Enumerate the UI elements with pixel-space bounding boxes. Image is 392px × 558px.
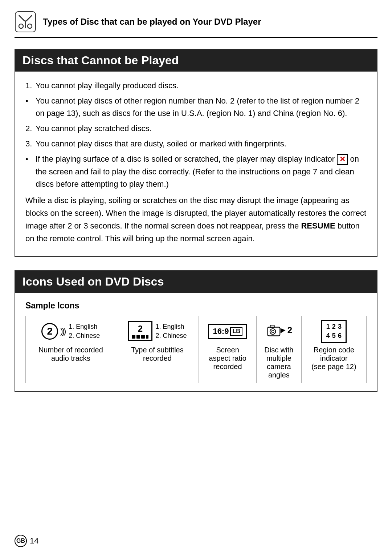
region-num-1: 1 [325, 322, 331, 331]
subtitle-label: Type of subtitles recorded [116, 344, 199, 383]
lb-badge: LB [230, 327, 242, 336]
subtitle-dots [132, 335, 148, 339]
subtitle-icon-cell: 2 1. English 2. Chinese [116, 316, 199, 344]
region-label: Region code indicator (see page 12) [301, 344, 366, 383]
audio-label-line2: audio tracks [29, 354, 113, 363]
audio-label: Number of recorded audio tracks [26, 344, 116, 383]
region-num-5: 5 [331, 331, 337, 340]
camera-num: 2 [287, 325, 292, 335]
region-label-line1: Region code [305, 346, 363, 354]
subtitle-track-labels: 1. English 2. Chinese [155, 322, 187, 340]
sub-dot [136, 335, 140, 339]
list-text: You cannot play discs that are dusty, so… [36, 138, 286, 150]
svg-point-4 [270, 329, 275, 334]
camera-label-line4: angles [260, 371, 298, 379]
list-text: You cannot play discs of other region nu… [36, 95, 367, 120]
sample-icons-label: Sample Icons [25, 301, 367, 311]
section1-body: 1. You cannot play illegally produced di… [15, 72, 377, 256]
list-num: 2. [25, 122, 36, 135]
camera-icon-cell: 2 [256, 316, 301, 344]
aspect-label: Screen aspect ratio recorded [199, 344, 257, 383]
sub-dot-small [146, 335, 148, 339]
region-num-4: 4 [325, 331, 331, 340]
camera-label: Disc with multiple camera angles [256, 344, 301, 383]
icons-label-row: Number of recorded audio tracks Type of … [26, 344, 367, 383]
list-item: • You cannot play discs of other region … [25, 95, 367, 120]
sound-waves-icon: ))) [60, 327, 65, 336]
list-text: You cannot play illegally produced discs… [36, 80, 179, 92]
header-icon [15, 11, 36, 33]
tools-icon [15, 11, 36, 33]
page-number: 14 [30, 536, 38, 546]
aspect-ratio-text: 16:9 [213, 327, 229, 336]
audio-track-labels: 1. English 2. Chinese [69, 322, 100, 340]
page-footer: GB 14 [15, 535, 38, 547]
list-item: • If the playing surface of a disc is so… [25, 153, 367, 190]
subtitle-label-line1: Type of subtitles [119, 346, 196, 354]
list-text: You cannot play scratched discs. [36, 122, 152, 135]
subtitle-num: 2 [138, 324, 143, 334]
section1-title: Discs that Cannot be Played [15, 49, 377, 72]
audio-icon-cell: 2 ))) 1. English 2. Chinese [26, 316, 116, 344]
list-bullet: • [25, 95, 36, 120]
audio-circle: 2 [41, 323, 58, 340]
sub-dot [132, 335, 135, 339]
camera-icon: 2 [266, 322, 292, 338]
camera-label-line3: camera [260, 363, 298, 371]
aspect-label-line1: Screen [202, 346, 253, 354]
audio-track1: 1. English [69, 322, 100, 331]
list-item: 2. You cannot play scratched discs. [25, 122, 367, 135]
aspect-ratio-icon: 16:9 LB [208, 324, 247, 339]
list-text: If the playing surface of a disc is soil… [36, 153, 367, 190]
section2-title: Icons Used on DVD Discs [15, 271, 377, 293]
sub-dot [141, 335, 145, 339]
list-item: 1. You cannot play illegally produced di… [25, 80, 367, 92]
audio-icon: 2 ))) 1. English 2. Chinese [41, 322, 100, 340]
aspect-label-line3: recorded [202, 363, 253, 371]
section-icons-on-dvd-discs: Icons Used on DVD Discs Sample Icons 2 )… [15, 270, 377, 392]
subtitle-track1: 1. English [155, 322, 187, 331]
icons-table: 2 ))) 1. English 2. Chinese 2 [25, 316, 367, 384]
page-header: Types of Disc that can be played on Your… [15, 11, 377, 38]
x-indicator-icon: ✕ [337, 154, 348, 165]
list-item: 3. You cannot play discs that are dusty,… [25, 138, 367, 150]
aspect-label-line2: aspect ratio [202, 354, 253, 363]
region-icon-cell: 1 2 3 4 5 6 [301, 316, 366, 344]
region-num-6: 6 [337, 331, 343, 340]
icons-icon-row: 2 ))) 1. English 2. Chinese 2 [26, 316, 367, 344]
subtitle-box: 2 [128, 321, 152, 341]
section2-body: Sample Icons 2 ))) 1. English 2. Chinese [15, 293, 377, 392]
aspect-icon-cell: 16:9 LB [199, 316, 257, 344]
header-title: Types of Disc that can be played on Your… [43, 17, 261, 27]
subtitle-icon: 2 1. English 2. Chinese [128, 321, 187, 341]
region-num-3: 3 [337, 322, 343, 331]
section-discs-cannot-be-played: Discs that Cannot be Played 1. You canno… [15, 49, 377, 257]
svg-marker-7 [280, 328, 285, 333]
subtitle-track2: 2. Chinese [155, 331, 187, 340]
svg-point-5 [271, 330, 274, 333]
list-num: 3. [25, 138, 36, 150]
subtitle-label-line2: recorded [119, 354, 196, 363]
camera-label-line1: Disc with [260, 346, 298, 354]
list-bullet: • [25, 153, 36, 190]
camera-svg-icon [266, 322, 286, 338]
region-code-icon: 1 2 3 4 5 6 [321, 320, 347, 343]
region-label-line2: indicator [305, 354, 363, 363]
audio-label-line1: Number of recorded [29, 346, 113, 354]
bold-resume: RESUME [301, 221, 335, 230]
region-label-line3: (see page 12) [305, 363, 363, 371]
gb-badge: GB [15, 535, 27, 547]
audio-track2: 2. Chinese [69, 331, 100, 340]
list-num: 1. [25, 80, 36, 92]
paragraph-item: While a disc is playing, soiling or scra… [25, 194, 367, 245]
camera-label-line2: multiple [260, 354, 298, 363]
region-num-2: 2 [331, 322, 337, 331]
